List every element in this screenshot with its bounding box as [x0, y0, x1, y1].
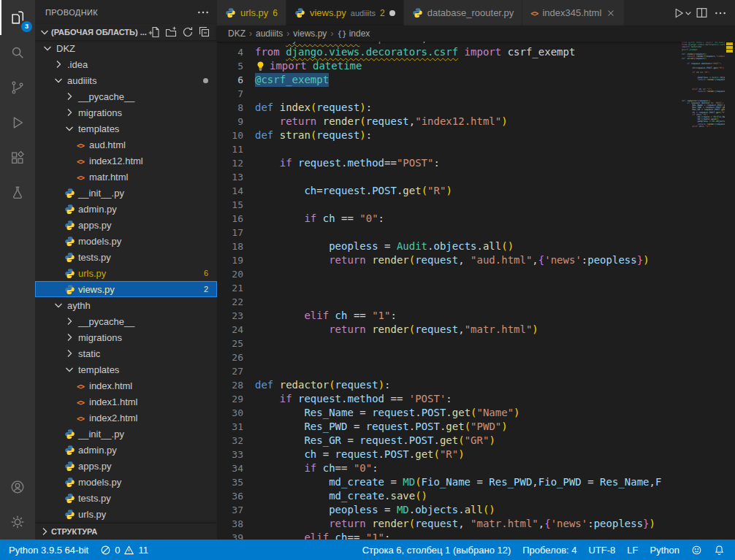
code-line-25[interactable]: 25 — [217, 337, 735, 350]
activity-testing-button[interactable] — [0, 175, 35, 210]
tree-folder-migrations[interactable]: migrations — [35, 104, 217, 120]
code-line-12[interactable]: 12 if request.method=="POST": — [217, 156, 735, 170]
breadcrumb-item-DKZ[interactable]: DKZ — [228, 28, 245, 39]
code-line-15[interactable]: 15 — [217, 198, 735, 212]
python-interpreter-status[interactable]: Python 3.9.5 64-bit — [3, 540, 94, 560]
code-line-38[interactable]: 38 return render(request, "matr.html",{'… — [217, 517, 735, 531]
line-number[interactable]: 4 — [217, 45, 255, 59]
code-line-23[interactable]: 23 elif ch == "1": — [217, 309, 735, 323]
explorer-more-actions-button[interactable] — [195, 4, 211, 20]
code-line-28[interactable]: 28def redactor(request): — [217, 378, 735, 392]
code-line-14[interactable]: 14 ch=request.POST.get("R") — [217, 184, 735, 198]
tree-file-__init__.py[interactable]: __init__.py — [35, 185, 217, 201]
tree-folder-.idea[interactable]: .idea — [35, 56, 217, 72]
code-line-21[interactable]: 21 — [217, 281, 735, 295]
tab-views.py[interactable]: views.pyaudiiits2 — [286, 0, 404, 26]
code-line-19[interactable]: 19 return render(request, "aud.html",{'n… — [217, 253, 735, 267]
line-number[interactable]: 27 — [217, 364, 255, 378]
tree-folder-audiiits[interactable]: audiiits — [35, 72, 217, 88]
breadcrumb-item-audiiits[interactable]: audiiits — [256, 28, 283, 39]
code-line-31[interactable]: 31 Res_PWD = request.POST.get("PWD") — [217, 420, 735, 434]
tree-file-urls.py[interactable]: urls.py — [35, 506, 217, 522]
notifications-button[interactable] — [708, 540, 731, 560]
tree-file-apps.py[interactable]: apps.py — [35, 217, 217, 233]
code-line-39[interactable]: 39 elif ch== "1": — [217, 531, 735, 540]
code-line-37[interactable]: 37 peopless = MD.objects.all() — [217, 503, 735, 517]
line-number[interactable]: 34 — [217, 461, 255, 475]
code-line-4[interactable]: 4from django.views.decorators.csrf impor… — [217, 45, 735, 59]
activity-source-control-button[interactable] — [0, 70, 35, 105]
feedback-button[interactable] — [685, 540, 708, 560]
line-number[interactable]: 18 — [217, 239, 255, 253]
line-number[interactable]: 28 — [217, 378, 255, 392]
line-number[interactable]: 6 — [217, 73, 255, 87]
activity-account-button[interactable] — [0, 469, 35, 505]
problems-status[interactable]: 0 11 — [94, 540, 154, 560]
activity-extensions-button[interactable] — [0, 140, 35, 175]
code-line-29[interactable]: 29 if request.method == 'POST': — [217, 392, 735, 406]
run-dropdown-button[interactable] — [683, 4, 693, 22]
breadcrumb-item-views.py[interactable]: views.py — [293, 28, 327, 39]
code-line-27[interactable]: 27 — [217, 364, 735, 378]
code-line-6[interactable]: 6@csrf_exempt — [217, 73, 735, 87]
tree-file-models.py[interactable]: models.py — [35, 474, 217, 490]
tree-file-index12.html[interactable]: <>index12.html — [35, 153, 217, 169]
code-line-24[interactable]: 24 return render(request,"matr.html") — [217, 323, 735, 337]
activity-search-button[interactable] — [0, 35, 35, 70]
code-line-7[interactable]: 7 — [217, 87, 735, 101]
tree-file-aud.html[interactable]: <>aud.html — [35, 137, 217, 153]
tab-database_roouter.py[interactable]: database_roouter.py — [404, 0, 523, 26]
code-line-22[interactable]: 22 — [217, 295, 735, 309]
tree-folder-templates[interactable]: templates — [35, 120, 217, 137]
refresh-explorer-button[interactable] — [180, 25, 195, 39]
line-number[interactable]: 33 — [217, 448, 255, 461]
tree-folder-templates[interactable]: templates — [35, 361, 217, 377]
language-mode-status[interactable]: Python — [644, 540, 685, 560]
split-editor-button[interactable] — [693, 4, 711, 22]
line-number[interactable]: 37 — [217, 503, 255, 517]
tab-index345.html[interactable]: <>index345.html — [522, 0, 625, 26]
tree-file-__init__.py[interactable]: __init__.py — [35, 426, 217, 442]
code-line-36[interactable]: 36 md_create.save() — [217, 489, 735, 503]
eol-status[interactable]: LF — [621, 540, 644, 560]
tree-file-admin.py[interactable]: admin.py — [35, 201, 217, 217]
code-line-18[interactable]: 18 peopless = Audit.objects.all() — [217, 239, 735, 253]
tree-file-urls.py[interactable]: urls.py6 — [35, 265, 217, 281]
line-number[interactable]: 20 — [217, 267, 255, 281]
tree-file-views.py[interactable]: views.py2 — [35, 281, 217, 297]
code-line-10[interactable]: 10def stran(request): — [217, 129, 735, 142]
tree-file-index1.html[interactable]: <>index1.html — [35, 394, 217, 410]
code-line-35[interactable]: 35 md_create = MD(Fio_Name = Res_PWD,Fio… — [217, 475, 735, 489]
line-number[interactable]: 32 — [217, 434, 255, 448]
tree-folder-DKZ[interactable]: DKZ — [35, 40, 217, 56]
tree-folder-__pycache__[interactable]: __pycache__ — [35, 313, 217, 329]
line-number[interactable]: 36 — [217, 489, 255, 503]
code-line-34[interactable]: 34 if ch== "0": — [217, 461, 735, 475]
line-number[interactable]: 9 — [217, 115, 255, 129]
code-line-11[interactable]: 11 — [217, 142, 735, 156]
line-number[interactable]: 25 — [217, 337, 255, 350]
line-number[interactable]: 13 — [217, 170, 255, 184]
code-line-9[interactable]: 9 return render(request,"index12.html") — [217, 115, 735, 129]
line-number[interactable]: 12 — [217, 156, 255, 170]
tree-folder-aythh[interactable]: aythh — [35, 297, 217, 313]
code-line-16[interactable]: 16 if ch == "0": — [217, 212, 735, 226]
line-number[interactable]: 11 — [217, 142, 255, 156]
activity-explorer-button[interactable]: 3 — [0, 0, 35, 35]
line-number[interactable]: 35 — [217, 475, 255, 489]
line-number[interactable]: 29 — [217, 392, 255, 406]
line-number[interactable]: 7 — [217, 87, 255, 101]
tree-file-index.html[interactable]: <>index.html — [35, 377, 217, 394]
tab-close-button[interactable] — [606, 8, 616, 18]
line-number[interactable]: 17 — [217, 226, 255, 239]
tree-file-admin.py[interactable]: admin.py — [35, 442, 217, 458]
sidebar-resize-handle[interactable] — [216, 0, 218, 540]
tree-file-index2.html[interactable]: <>index2.html — [35, 410, 217, 426]
line-number[interactable]: 31 — [217, 420, 255, 434]
line-number[interactable]: 21 — [217, 281, 255, 295]
new-folder-button[interactable] — [164, 25, 178, 39]
code-line-33[interactable]: 33 ch = request.POST.get("R") — [217, 448, 735, 461]
line-number[interactable]: 5 — [217, 59, 255, 73]
line-number[interactable]: 8 — [217, 101, 255, 115]
line-number[interactable]: 39 — [217, 531, 255, 540]
